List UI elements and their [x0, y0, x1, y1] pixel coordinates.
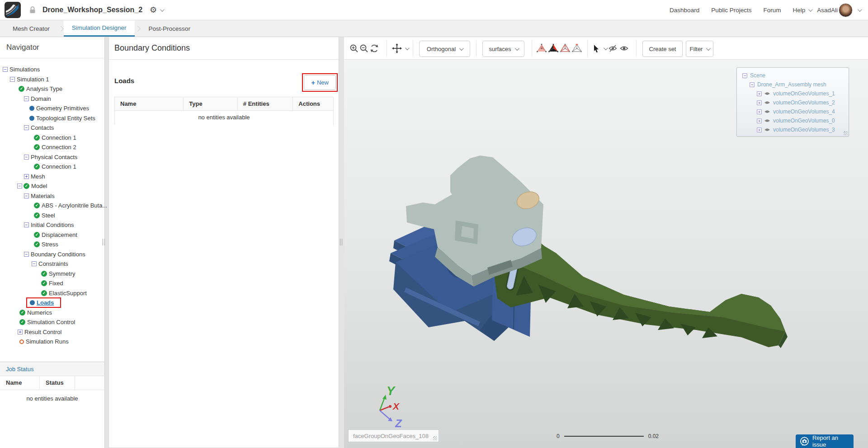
collapse-icon[interactable]: −	[742, 73, 747, 78]
nav-tree-item-materials[interactable]: −Materials	[0, 191, 104, 201]
collapse-icon[interactable]: −	[3, 67, 8, 72]
expand-icon[interactable]: +	[757, 100, 761, 105]
nav-tree-item-loads[interactable]: Loads	[0, 298, 104, 308]
collapse-icon[interactable]: −	[24, 222, 29, 227]
pan-icon[interactable]	[392, 37, 408, 60]
collapse-icon[interactable]: −	[24, 193, 29, 198]
nav-tree-item-simulations[interactable]: −Simulations	[0, 65, 104, 75]
collapse-icon[interactable]: −	[24, 125, 29, 130]
nav-tree-item-simulation-control[interactable]: Simulation Control	[0, 317, 104, 327]
nav-tree-item-connection-1[interactable]: Connection 1	[0, 133, 104, 143]
nav-tree-item-model[interactable]: −Model	[0, 181, 104, 191]
scene-tree-item-volumeongeovolumes_1[interactable]: +volumeOnGeoVolumes_1	[737, 89, 849, 98]
nav-tree-item-mesh[interactable]: +Mesh	[0, 172, 104, 182]
nav-tree-item-domain[interactable]: −Domain	[0, 94, 104, 104]
filter-button[interactable]: Filter	[686, 41, 713, 57]
avatar[interactable]	[839, 3, 853, 17]
select-edge-icon[interactable]	[560, 37, 570, 60]
eye-icon[interactable]	[764, 118, 770, 123]
nav-tree-item-fixed[interactable]: Fixed	[0, 278, 104, 288]
expand-icon[interactable]: +	[757, 118, 761, 123]
chevron-down-icon[interactable]	[160, 7, 165, 12]
reset-view-icon[interactable]	[370, 37, 379, 60]
nav-tree-item-stress[interactable]: Stress	[0, 240, 104, 250]
chevron-down-icon	[706, 46, 711, 51]
collapse-icon[interactable]: −	[24, 155, 29, 160]
topnav-link-forum[interactable]: Forum	[763, 7, 781, 14]
nav-tree-item-steel[interactable]: Steel	[0, 211, 104, 221]
eye-icon[interactable]	[764, 109, 770, 114]
navigator-resize-handle[interactable]	[103, 239, 105, 245]
collapse-icon[interactable]: −	[24, 252, 29, 257]
panel-resize-handle[interactable]	[340, 239, 342, 245]
simscale-logo-icon[interactable]	[5, 2, 21, 18]
topnav-link-dashboard[interactable]: Dashboard	[670, 7, 699, 14]
report-issue-button[interactable]: Report an issue	[796, 434, 854, 448]
nav-tree-item-simulation-runs[interactable]: Simulation Runs	[0, 337, 104, 347]
tab-mesh-creator[interactable]: Mesh Creator	[5, 20, 58, 37]
tab-post-processor[interactable]: Post-Processor	[141, 20, 198, 37]
nav-tree-item-connection-1[interactable]: Connection 1	[0, 162, 104, 172]
nav-tree-item-initial-conditions[interactable]: −Initial Conditions	[0, 220, 104, 230]
display-mode-select[interactable]: surfaces	[482, 41, 524, 57]
select-volume-icon[interactable]	[537, 37, 547, 60]
gear-icon[interactable]	[150, 6, 157, 14]
eye-icon[interactable]	[764, 91, 770, 96]
nav-tree-item-boundary-conditions[interactable]: −Boundary Conditions	[0, 250, 104, 259]
cursor-chevron-down-icon[interactable]	[604, 46, 608, 50]
nav-tree-item-constraints[interactable]: −Constraints	[0, 259, 104, 269]
nav-tree-item-displacement[interactable]: Displacement	[0, 230, 104, 240]
nav-tree-item-elasticsupport[interactable]: ElasticSupport	[0, 288, 104, 298]
scene-tree-item-volumeongeovolumes_3[interactable]: +volumeOnGeoVolumes_3	[737, 125, 849, 134]
projection-select[interactable]: Orthogonal	[419, 41, 470, 57]
nav-tree-item-simulation-1[interactable]: −Simulation 1	[0, 75, 104, 85]
collapse-icon[interactable]: −	[10, 77, 15, 82]
create-set-button[interactable]: Create set	[642, 41, 683, 57]
nav-tree-item-result-control[interactable]: +Result Control	[0, 327, 104, 337]
user-name[interactable]: AsadAli	[817, 7, 838, 14]
scene-panel-resize-handle[interactable]	[844, 131, 848, 135]
tab-simulation-designer[interactable]: Simulation Designer	[64, 20, 135, 37]
hide-selection-icon[interactable]	[609, 37, 617, 60]
select-node-icon[interactable]	[572, 37, 582, 60]
expand-icon[interactable]: +	[757, 91, 761, 96]
topnav-link-public-projects[interactable]: Public Projects	[711, 7, 751, 14]
nav-tree-item-connection-2[interactable]: Connection 2	[0, 142, 104, 152]
nav-tree-item-symmetry[interactable]: Symmetry	[0, 269, 104, 279]
new-load-button[interactable]: New	[304, 75, 336, 90]
expand-icon[interactable]: +	[757, 127, 761, 132]
nav-tree-item-topological-entity-sets[interactable]: Topological Entity Sets	[0, 113, 104, 123]
scene-tree-item-mesh[interactable]: −Drone_Arm_Assembly mesh	[737, 80, 849, 89]
zoom-out-icon[interactable]	[359, 37, 368, 60]
scene-tree-item-scene[interactable]: −Scene	[737, 71, 849, 80]
collapse-icon[interactable]: −	[24, 96, 29, 101]
cursor-select-icon[interactable]	[592, 37, 607, 60]
collapse-icon[interactable]: −	[750, 82, 754, 87]
expand-icon[interactable]: +	[24, 174, 29, 179]
nav-tree-item-physical-contacts[interactable]: −Physical Contacts	[0, 152, 104, 162]
nav-tree-item-abs-acrylonitrile-buta-[interactable]: ABS - Acrylonitrile Buta...	[0, 201, 104, 211]
pan-chevron-down-icon[interactable]	[405, 46, 410, 50]
topnav-link-help[interactable]: Help	[793, 7, 811, 14]
eye-icon[interactable]	[764, 127, 770, 132]
nav-tree-item-geometry-primitives[interactable]: Geometry Primitives	[0, 104, 104, 113]
expand-icon[interactable]: +	[18, 330, 23, 335]
scene-tree-item-volumeongeovolumes_2[interactable]: +volumeOnGeoVolumes_2	[737, 98, 849, 107]
collapse-icon[interactable]: −	[32, 261, 37, 266]
nav-tree-item-numerics[interactable]: Numerics	[0, 308, 104, 318]
scene-tree-item-volumeongeovolumes_4[interactable]: +volumeOnGeoVolumes_4	[737, 107, 849, 116]
3d-canvas[interactable]: Y X Z −Scene−Drone_Arm_Assembly mesh+vol…	[344, 60, 868, 448]
expand-icon[interactable]: +	[757, 109, 761, 114]
job-status-title[interactable]: Job Status	[0, 362, 104, 376]
eye-icon[interactable]	[764, 100, 770, 105]
collapse-icon[interactable]: −	[17, 184, 22, 189]
scene-tree-panel[interactable]: −Scene−Drone_Arm_Assembly mesh+volumeOnG…	[736, 67, 849, 137]
selection-box-resize-handle[interactable]	[433, 436, 437, 440]
nav-tree-item-contacts[interactable]: −Contacts	[0, 123, 104, 133]
show-all-icon[interactable]	[620, 37, 628, 60]
user-chevron-down-icon[interactable]	[858, 7, 862, 12]
nav-tree-item-analysis-type[interactable]: Analysis Type	[0, 84, 104, 94]
select-face-icon[interactable]	[548, 37, 558, 60]
scene-tree-item-volumeongeovolumes_0[interactable]: +volumeOnGeoVolumes_0	[737, 116, 849, 125]
zoom-in-icon[interactable]	[349, 37, 359, 60]
